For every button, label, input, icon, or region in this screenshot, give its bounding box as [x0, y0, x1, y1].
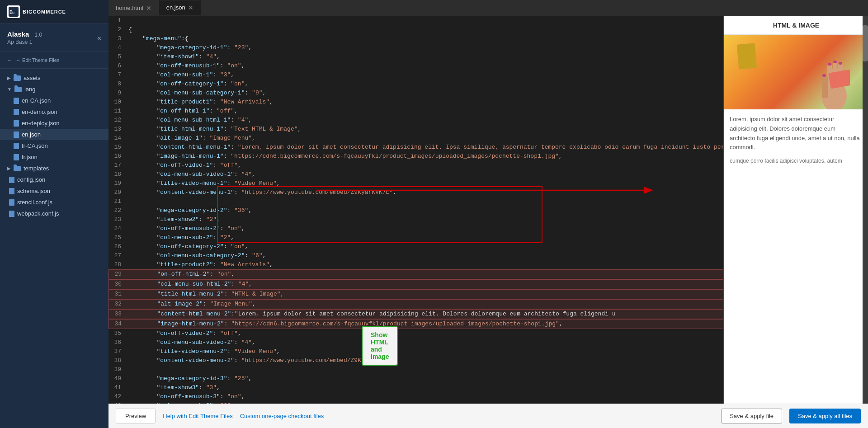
line-content: "title-product1": "New Arrivals", [127, 98, 723, 107]
line-content [127, 16, 723, 25]
tab-close-button[interactable]: ✕ [146, 5, 151, 11]
line-content: "on-off-menusub-3": "on", [127, 392, 723, 401]
logo-box: B C [7, 5, 20, 18]
line-content: "col-menu-sub-html-2": "4", [127, 280, 723, 289]
theme-name: Alaska [7, 30, 29, 38]
line-content: "col-menu-sub-category-1": "9", [127, 89, 723, 98]
svg-point-12 [822, 74, 826, 77]
code-line: 5 "item-show1": "4", [108, 52, 723, 61]
code-editor[interactable]: 12{3 "mega-menu":{4 "mega-category-id-1"… [108, 16, 723, 404]
collapse-sidebar-button[interactable]: « [97, 34, 101, 42]
sidebar-item-stencil-conf[interactable]: stencil.conf.js [0, 197, 108, 208]
code-line: 2{ [108, 25, 723, 34]
code-line: 32 "alt-image-2": "Image Menu", [108, 299, 723, 309]
svg-rect-7 [822, 75, 828, 98]
code-line: 22 "mega-category-id-2": "36", [108, 206, 723, 215]
line-content: "col-menu-sub-category-2": "6", [127, 251, 723, 260]
sidebar-item-en-demo-json[interactable]: en-demo.json [0, 106, 108, 118]
preview-image-bg [724, 35, 868, 109]
svg-point-13 [828, 63, 831, 66]
save-apply-file-button[interactable]: Save & apply file [721, 409, 782, 423]
svg-point-14 [833, 61, 837, 63]
file-label: schema.json [17, 188, 50, 194]
tab-label: en.json [166, 4, 185, 11]
line-content: "image-html-menu-1": "https://cdn6.bigco… [127, 152, 723, 161]
file-label: en.json [22, 131, 41, 138]
code-line: 14 "alt-image-1": "Image Menu", [108, 134, 723, 143]
bottom-bar: Preview Help with Edit Theme Files Custo… [108, 404, 868, 428]
save-apply-all-button[interactable]: Save & apply all files [789, 409, 861, 423]
sidebar-item-assets[interactable]: ▶ assets [0, 72, 108, 84]
code-line: 39 [108, 365, 723, 374]
line-content: "item-show1": "4", [127, 52, 723, 61]
line-number: 7 [108, 71, 127, 80]
sidebar-item-webpack-conf[interactable]: webpack.conf.js [0, 208, 108, 219]
sidebar-item-templates[interactable]: ▶ templates [0, 163, 108, 174]
line-content: "on-off-category-2": "on", [127, 242, 723, 251]
code-line: 26 "on-off-category-2": "on", [108, 242, 723, 251]
preview-image [724, 35, 868, 109]
tab-close-button[interactable]: ✕ [188, 5, 193, 11]
line-content: "on-off-html-1": "off", [127, 107, 723, 116]
sidebar-item-en-ca-json[interactable]: en-CA.json [0, 95, 108, 106]
line-number: 19 [108, 179, 127, 188]
line-content: "title-product2": "New Arrivals", [127, 260, 723, 269]
code-line: 18 "col-menu-sub-video-1": "4", [108, 170, 723, 179]
edit-theme-label[interactable]: ← ← Edit Theme Files [7, 57, 101, 63]
file-label: fr-CA.json [22, 142, 48, 149]
sidebar-item-schema-json[interactable]: schema.json [0, 185, 108, 197]
sidebar-item-lang[interactable]: ▼ lang [0, 84, 108, 95]
sidebar-item-en-deploy-json[interactable]: en-deploy.json [0, 118, 108, 129]
file-label: config.json [17, 176, 45, 183]
code-line: 7 "col-menu-sub-1": "3", [108, 71, 723, 80]
code-line: 10 "title-product1": "New Arrivals", [108, 98, 723, 107]
brand-logo-area: B C BIGCOMMERCE [7, 5, 66, 18]
file-label: fr.json [22, 154, 38, 160]
tab-home-html[interactable]: home.html ✕ [108, 1, 159, 15]
theme-base: Ap Base 1 [7, 39, 42, 45]
line-number: 16 [108, 152, 127, 161]
line-number: 37 [108, 347, 127, 356]
file-label: en-deploy.json [22, 120, 60, 127]
code-line: 8 "on-off-category-1": "on", [108, 80, 723, 89]
edit-theme-text: ← Edit Theme Files [16, 57, 59, 63]
theme-version: 1.0 [34, 32, 42, 38]
line-number: 23 [108, 215, 127, 224]
code-line: 43 "col-menu-sub-3": "2", [108, 401, 723, 404]
sidebar-item-fr-json[interactable]: fr.json [0, 151, 108, 163]
vertical-scrollbar[interactable] [863, 16, 868, 404]
line-content: "mega-category-id-3": "25", [127, 374, 723, 383]
line-content: "on-off-menusub-2": "on", [127, 224, 723, 233]
sidebar-item-en-json[interactable]: en.json [0, 129, 108, 140]
main-content: home.html ✕ en.json ✕ 12{3 "mega-menu":{… [108, 0, 868, 428]
callout-show-html-image[interactable]: Show HTML and Image [362, 326, 398, 366]
code-line: 33 "content-html-menu-2":"Lorem, ipsum d… [108, 309, 723, 319]
code-line: 34 "image-html-menu-2": "https://cdn6.bi… [108, 319, 723, 329]
line-content: "on-off-html-2": "on", [127, 270, 723, 279]
preview-text: Lorem, ipsum dolor sit amet consectetur … [724, 109, 868, 158]
line-content: "col-menu-sub-3": "2", [127, 401, 723, 404]
line-number: 39 [108, 365, 127, 374]
line-number: 4 [108, 43, 127, 52]
line-content: "item-show2": "2", [127, 215, 723, 224]
file-icon [14, 143, 19, 149]
line-number: 25 [108, 233, 127, 242]
edit-theme-section[interactable]: ← ← Edit Theme Files [0, 52, 108, 69]
preview-button[interactable]: Preview [116, 409, 156, 423]
scrollbar-thumb[interactable] [863, 25, 868, 61]
line-number: 12 [108, 116, 127, 125]
code-line: 31 "title-html-menu-2": "HTML & Image", [108, 289, 723, 299]
line-content: "content-html-menu-1": "Lorem, ipsum dol… [127, 143, 723, 152]
line-number: 29 [109, 270, 127, 279]
file-label: stencil.conf.js [17, 199, 52, 206]
sidebar-item-config-json[interactable]: config.json [0, 174, 108, 185]
line-content: { [127, 25, 723, 34]
tab-label: home.html [116, 5, 143, 11]
sidebar-item-fr-ca-json[interactable]: fr-CA.json [0, 140, 108, 151]
custom-checkout-link[interactable]: Custom one-page checkout files [240, 413, 324, 419]
help-link[interactable]: Help with Edit Theme Files [163, 413, 232, 419]
line-number: 28 [108, 260, 127, 269]
caret-icon: ▶ [7, 166, 11, 171]
line-content: "col-menu-sub-video-2": "4", [127, 338, 723, 347]
tab-en-json[interactable]: en.json ✕ [159, 0, 201, 15]
